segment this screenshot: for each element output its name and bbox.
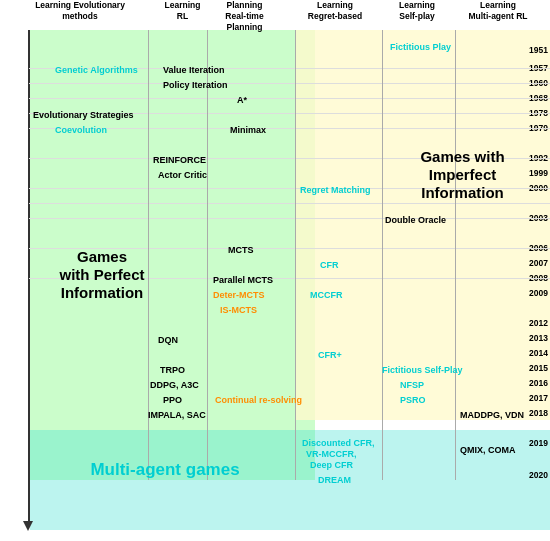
item-coevolution: Coevolution: [55, 125, 107, 135]
item-parallel-mcts: Parallel MCTS: [213, 275, 273, 285]
divider-4: [382, 30, 383, 480]
item-cfr: CFR: [320, 260, 339, 270]
chart-container: Learning Evolutionary methods LearningRL…: [0, 0, 550, 541]
item-dqn: DQN: [158, 335, 178, 345]
item-qmix-coma: QMIX, COMA: [460, 445, 516, 455]
divider-3: [295, 30, 296, 480]
year-axis-arrow: [23, 521, 33, 531]
item-dream: DREAM: [318, 475, 351, 485]
item-vr-mccfr: VR-MCCFR,: [306, 449, 357, 459]
label-multiagent: Multi-agent games: [65, 460, 265, 480]
col-header-rl: LearningRL: [155, 0, 210, 22]
item-ddpg-a3c: DDPG, A3C: [150, 380, 199, 390]
col-header-selfplay: LearningSelf-play: [382, 0, 452, 22]
item-policy-iteration: Policy Iteration: [163, 80, 228, 90]
item-continual-resolving: Continual re-solving: [215, 395, 302, 405]
item-double-oracle: Double Oracle: [385, 215, 446, 225]
item-evolutionary-strategies: Evolutionary Strategies: [33, 110, 134, 120]
item-mcts: MCTS: [228, 245, 254, 255]
col-header-planning: PlanningReal-time Planning: [207, 0, 282, 33]
item-reinforce: REINFORCE: [153, 155, 206, 165]
item-deter-mcts: Deter-MCTS: [213, 290, 265, 300]
item-deep-cfr: Deep CFR: [310, 460, 353, 470]
item-fictitious-self-play: Fictitious Self-Play: [382, 365, 463, 375]
col-header-regret: LearningRegret-based: [295, 0, 375, 22]
col-header-evolutionary: Learning Evolutionary methods: [35, 0, 125, 22]
label-perfect-info: Gameswith PerfectInformation: [42, 248, 162, 302]
item-value-iteration: Value Iteration: [163, 65, 225, 75]
item-impala-sac: IMPALA, SAC: [148, 410, 206, 420]
divider-2: [207, 30, 208, 480]
divider-5: [455, 30, 456, 480]
item-actor-critic: Actor Critic: [158, 170, 207, 180]
item-discounted-cfr: Discounted CFR,: [302, 438, 375, 448]
item-cfr-plus: CFR+: [318, 350, 342, 360]
item-maddpg-vdn: MADDPG, VDN: [460, 410, 524, 420]
item-nfsp: NFSP: [400, 380, 424, 390]
item-genetic-algorithms: Genetic Algorithms: [55, 65, 138, 75]
item-psro: PSRO: [400, 395, 426, 405]
item-fictitious-play: Fictitious Play: [390, 42, 451, 52]
label-imperfect-info: Games withImperfectInformation: [385, 148, 540, 202]
col-header-multiagent: LearningMulti-agent RL: [458, 0, 538, 22]
item-is-mcts: IS-MCTS: [220, 305, 257, 315]
item-trpo: TRPO: [160, 365, 185, 375]
item-mccfr: MCCFR: [310, 290, 343, 300]
item-regret-matching: Regret Matching: [300, 185, 371, 195]
item-ppo: PPO: [163, 395, 182, 405]
item-minimax: Minimax: [230, 125, 266, 135]
item-astar: A*: [237, 95, 247, 105]
